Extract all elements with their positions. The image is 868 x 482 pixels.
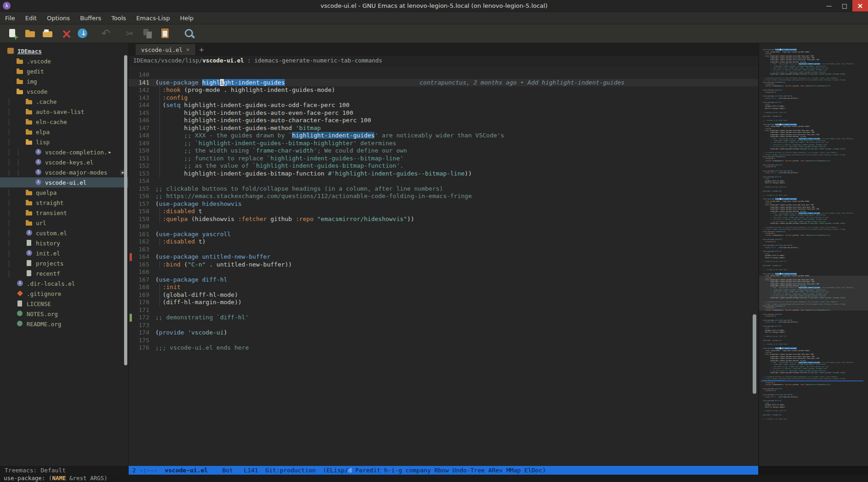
code-line[interactable]: 147 highlight-indent-guides-method 'bitm… — [129, 125, 758, 132]
tree-item-.gitignore[interactable]: .gitignore — [0, 289, 128, 299]
toolbar-kill-buffer-button[interactable] — [57, 26, 74, 41]
tree-item-straight[interactable]: │straight — [0, 198, 128, 208]
code-line[interactable]: 144 (setq highlight-indent-guides-auto-o… — [129, 102, 758, 109]
code-line[interactable]: 170 (diff-hl-margin-mode)) — [129, 299, 758, 306]
tab-close-icon[interactable]: × — [186, 46, 189, 53]
tree-item-vscode-keys.el[interactable]: ││vscode-keys.el — [0, 157, 128, 167]
tree-item-vscode-major-modes[interactable]: ││vscode-major-modes▶ — [0, 167, 128, 177]
menu-options[interactable]: Options — [42, 12, 75, 24]
code-line[interactable]: 171 — [129, 306, 758, 314]
menu-tools[interactable]: Tools — [106, 12, 131, 24]
code-line[interactable]: 173 — [129, 322, 758, 329]
toolbar-search-button[interactable] — [181, 26, 198, 41]
code-line[interactable]: 176;;; vscode-ui.el ends here — [129, 344, 758, 352]
toolbar-paste-button[interactable] — [157, 26, 174, 41]
code-line[interactable]: 164(use-package untitled-new-buffer — [129, 253, 758, 261]
code-line[interactable]: 143 :config — [129, 94, 758, 102]
minimap[interactable]: (use-package highlight-indent-guides :ho… — [758, 43, 868, 466]
code-line[interactable]: 158 :disabled t — [129, 208, 758, 215]
tree-item-.cache[interactable]: │.cache — [0, 96, 128, 107]
code-line[interactable]: 148 ;; XXX - the guides drawn by `highli… — [129, 132, 758, 140]
maximize-button[interactable]: □ — [837, 0, 852, 11]
code-line[interactable]: 157(use-package hideshowvis — [129, 200, 758, 208]
tree-item-NOTES.org[interactable]: NOTES.org — [0, 309, 128, 319]
code-token: highlight-indent-guides--bitmap-line — [793, 69, 827, 71]
menu-file[interactable]: File — [0, 12, 20, 24]
tree-item-LICENSE[interactable]: LICENSE — [0, 299, 128, 309]
treemacs-scrollbar[interactable] — [124, 55, 127, 365]
tree-item-vscode[interactable]: vscode — [0, 86, 128, 96]
tree-item-IDEmacs[interactable]: IDEmacs — [0, 46, 128, 56]
code-line[interactable]: 155;; clickable buttons to fold/collapse… — [129, 185, 758, 193]
tree-item-recentf[interactable]: │recentf — [0, 268, 128, 278]
code-line[interactable]: 161(use-package yascroll — [129, 231, 758, 238]
tree-item-url[interactable]: │url — [0, 218, 128, 228]
new-tab-button[interactable]: + — [196, 44, 208, 55]
code-line[interactable]: 140 — [129, 71, 758, 79]
toolbar-dired-button[interactable] — [40, 26, 56, 41]
menu-buffers[interactable]: Buffers — [75, 12, 106, 24]
line-gutter: 170 — [129, 299, 155, 306]
tree-item-.dir-locals.el[interactable]: .dir-locals.el — [0, 278, 128, 289]
code-line[interactable]: 149 ;; `highlight-indent-guides--bitmap-… — [129, 140, 758, 147]
tree-item-gedit[interactable]: gedit — [0, 66, 128, 76]
code-token: :bind — [765, 172, 769, 174]
code-line[interactable]: 141(use-package highlight-indent-guidesc… — [129, 79, 758, 87]
menu-edit[interactable]: Edit — [20, 12, 42, 24]
tree-item-.vscode[interactable]: .vscode — [0, 56, 128, 66]
tree-item-vscode-ui.el[interactable]: ││vscode-ui.el — [0, 177, 128, 187]
code-token: )) — [844, 73, 845, 75]
toolbar-open-file-button[interactable] — [22, 26, 39, 41]
tree-item-README.org[interactable]: README.org — [0, 319, 128, 329]
code-line[interactable]: 160 — [129, 223, 758, 231]
editor-scrollbar[interactable] — [753, 314, 756, 394]
code-line[interactable]: 174(provide 'vscode-ui) — [129, 329, 758, 337]
code-line[interactable]: 145 highlight-indent-guides-auto-even-fa… — [129, 109, 758, 117]
toolbar-new-file-button[interactable] — [5, 26, 21, 41]
code-token: (hideshowvis — [771, 85, 784, 87]
code-token: github — [792, 234, 799, 236]
code-line[interactable]: 166 — [129, 268, 758, 276]
code-line[interactable]: 150 ;; the width using `frame-char-width… — [129, 147, 758, 155]
code-line[interactable]: 162 :disabled t) — [129, 238, 758, 246]
tree-item-transient[interactable]: │transient — [0, 208, 128, 218]
code-line[interactable]: 168 :init — [129, 284, 758, 291]
code-token: ' — [786, 261, 787, 262]
tree-item-projects[interactable]: │projects — [0, 258, 128, 268]
code-line[interactable]: 152 ;; as the value of `highlight-indent… — [129, 162, 758, 170]
tab-vscode-ui[interactable]: vscode-ui.el × — [135, 44, 196, 55]
tree-item-vscode-completion.[interactable]: ││vscode-completion.▶ — [0, 147, 128, 157]
code-token: '. — [826, 71, 828, 73]
code-line[interactable]: 167(use-package diff-hl — [129, 276, 758, 284]
code-token: ;;; vscode-ui.el ends here — [763, 269, 787, 271]
code-line[interactable]: 159 :quelpa (hideshowvis :fetcher github… — [129, 215, 758, 223]
menu-help[interactable]: Help — [175, 12, 199, 24]
toolbar-save-buffer-button[interactable] — [74, 26, 91, 41]
tree-item-label: transient — [36, 210, 67, 216]
minimize-button[interactable]: — — [821, 0, 837, 11]
code-token: highlight-indent-guides-bitmap-function — [155, 170, 328, 177]
code-line[interactable]: 165 :bind ("C-n" . untitled-new-buffer)) — [129, 261, 758, 269]
tree-item-init.el[interactable]: │init.el — [0, 248, 128, 258]
code-line[interactable]: 163 — [129, 246, 758, 254]
tree-item-history[interactable]: │history — [0, 238, 128, 248]
code-line[interactable]: 156;; https://emacs.stackexchange.com/qu… — [129, 193, 758, 200]
tree-item-quelpa[interactable]: │quelpa — [0, 187, 128, 198]
code-token — [199, 231, 202, 238]
code-line[interactable]: 175 — [129, 337, 758, 345]
tree-item-lisp[interactable]: │lisp — [0, 137, 128, 147]
tree-item-auto-save-list[interactable]: │auto-save-list — [0, 107, 128, 117]
code-line[interactable]: 142 :hook (prog-mode . highlight-indent-… — [129, 86, 758, 94]
tree-item-eln-cache[interactable]: │eln-cache — [0, 117, 128, 127]
close-button[interactable]: × — [852, 0, 868, 11]
code-line[interactable]: 169 (global-diff-hl-mode) — [129, 291, 758, 299]
code-line[interactable]: 154 — [129, 177, 758, 185]
tree-item-elpa[interactable]: │elpa — [0, 127, 128, 137]
code-line[interactable]: 146 highlight-indent-guides-auto-charact… — [129, 117, 758, 125]
tree-item-custom.el[interactable]: │custom.el — [0, 228, 128, 238]
tree-item-img[interactable]: img — [0, 76, 128, 86]
code-line[interactable]: 151 ;; function to replace `highlight-in… — [129, 155, 758, 163]
menu-emacs-lisp[interactable]: Emacs-Lisp — [131, 12, 175, 24]
code-line[interactable]: 172;; demonstrating `diff-hl' — [129, 314, 758, 322]
code-line[interactable]: 153 highlight-indent-guides-bitmap-funct… — [129, 170, 758, 178]
